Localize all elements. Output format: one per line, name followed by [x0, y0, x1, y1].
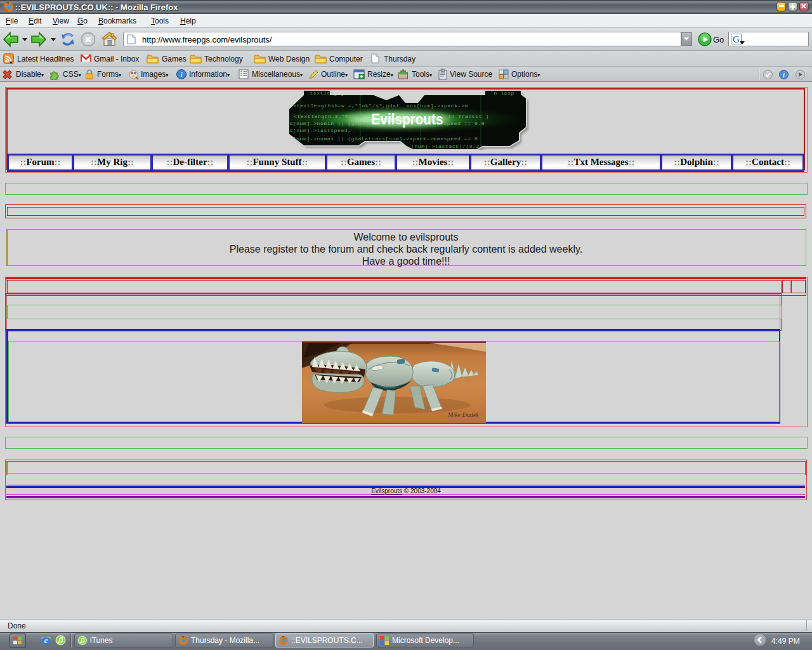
svg-text:'n lasp: 'n lasp — [490, 90, 514, 96]
svg-text:[num]->lastack)/(0,2)|: [num]->lastack)/(0,2)| — [411, 143, 487, 149]
svg-text:ns[num]->nomax || (gdatatrans[: ns[num]->nomax || (gdatatrans[num]->xpac… — [286, 136, 478, 142]
svg-text:i: i — [783, 72, 785, 79]
svg-text:Evilsprouts: Evilsprouts — [372, 110, 443, 128]
svg-text:>xtextlengthsh=w =,"lnk"/s",gd: >xtextlengthsh=w =,"lnk"/s",gdat ons[num… — [290, 103, 468, 109]
svg-text::ta: :ta — [290, 143, 300, 149]
svg-text:G: G — [733, 34, 740, 44]
svg-text:Mike Dudek: Mike Dudek — [447, 411, 479, 418]
svg-text:ns[num]->lastspeed,: ns[num]->lastspeed, — [286, 128, 351, 133]
